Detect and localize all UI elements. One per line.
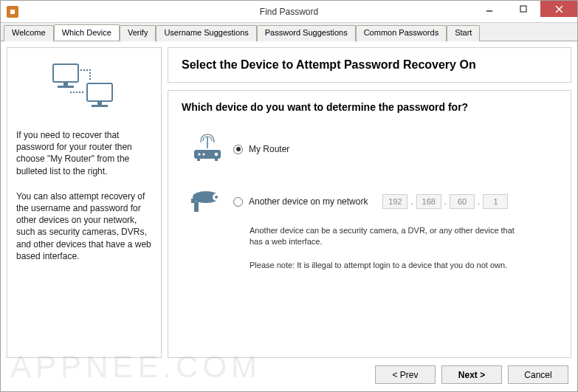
svg-point-14: [89, 72, 91, 74]
tab-welcome[interactable]: Welcome: [4, 25, 54, 41]
tab-password-suggestions[interactable]: Password Suggestions: [257, 25, 356, 41]
svg-rect-28: [215, 159, 218, 161]
titlebar: Find Password: [1, 1, 577, 23]
ip-dot: .: [410, 196, 413, 207]
svg-point-10: [80, 69, 82, 71]
svg-point-31: [215, 196, 218, 199]
tab-common-passwords[interactable]: Common Passwords: [356, 25, 447, 41]
svg-rect-33: [191, 199, 196, 203]
question-heading: Which device do you want to determine th…: [182, 101, 557, 113]
ip-dot: .: [478, 196, 480, 207]
tab-which-device[interactable]: Which Device: [54, 24, 120, 41]
svg-rect-6: [58, 86, 74, 88]
camera-icon: [182, 187, 233, 216]
svg-rect-5: [63, 82, 68, 86]
content-area: If you need to recover that password for…: [1, 41, 577, 391]
router-icon: [182, 134, 233, 165]
split-panes: If you need to recover that password for…: [7, 47, 571, 358]
svg-rect-4: [53, 64, 78, 82]
cancel-button[interactable]: Cancel: [508, 365, 568, 384]
choice-my-router[interactable]: My Router: [182, 134, 557, 165]
ip-octet-3[interactable]: [450, 194, 475, 209]
tab-start[interactable]: Start: [447, 25, 480, 41]
svg-point-13: [89, 69, 91, 71]
window-title: Find Password: [1, 7, 577, 17]
ip-input-group: . . .: [382, 194, 508, 209]
tab-username-suggestions[interactable]: Username Suggestions: [156, 25, 256, 41]
network-illustration-icon: [47, 60, 121, 111]
radio-my-router[interactable]: [233, 145, 243, 154]
svg-point-11: [83, 69, 85, 71]
ip-octet-4[interactable]: [483, 194, 508, 209]
choice-another-device[interactable]: Another device on my network . . .: [182, 187, 557, 216]
radio-another-device[interactable]: [233, 197, 243, 207]
svg-rect-32: [194, 202, 199, 212]
label-another-device: Another device on my network: [249, 196, 368, 207]
svg-point-18: [76, 92, 78, 93]
left-paragraph-2: You can also attempt recovery of the use…: [16, 190, 152, 262]
ip-octet-2[interactable]: [416, 194, 441, 209]
svg-point-20: [70, 92, 72, 93]
note-legal: Please note: It is illegal to attempt lo…: [250, 260, 557, 271]
ip-dot: .: [444, 196, 447, 207]
left-pane: If you need to recover that password for…: [7, 47, 162, 358]
window: Find Password Welcome Which Device Verif…: [0, 0, 578, 392]
question-panel: Which device do you want to determine th…: [168, 90, 571, 358]
page-title: Select the Device to Attempt Password Re…: [168, 47, 571, 83]
svg-point-21: [82, 92, 83, 93]
svg-point-26: [215, 153, 219, 157]
svg-rect-9: [92, 105, 108, 107]
svg-rect-8: [97, 101, 102, 105]
svg-point-25: [202, 153, 204, 155]
left-paragraph-1: If you need to recover that password for…: [16, 129, 152, 177]
tab-bar: Welcome Which Device Verify Username Sug…: [1, 23, 577, 41]
tab-verify[interactable]: Verify: [120, 25, 156, 41]
next-button[interactable]: Next >: [441, 365, 502, 384]
svg-point-12: [86, 69, 88, 71]
svg-point-17: [79, 92, 80, 93]
right-pane: Select the Device to Attempt Password Re…: [168, 47, 571, 358]
label-my-router: My Router: [249, 144, 289, 154]
note-other-device: Another device can be a security camera,…: [250, 225, 515, 248]
svg-point-15: [89, 75, 91, 77]
prev-button[interactable]: < Prev: [375, 365, 436, 384]
svg-point-24: [198, 153, 200, 155]
ip-octet-1[interactable]: [382, 194, 407, 209]
svg-point-19: [73, 92, 75, 93]
svg-point-16: [89, 78, 91, 80]
button-bar: < Prev Next > Cancel: [7, 358, 571, 385]
svg-rect-7: [87, 83, 112, 101]
svg-rect-27: [197, 159, 200, 161]
